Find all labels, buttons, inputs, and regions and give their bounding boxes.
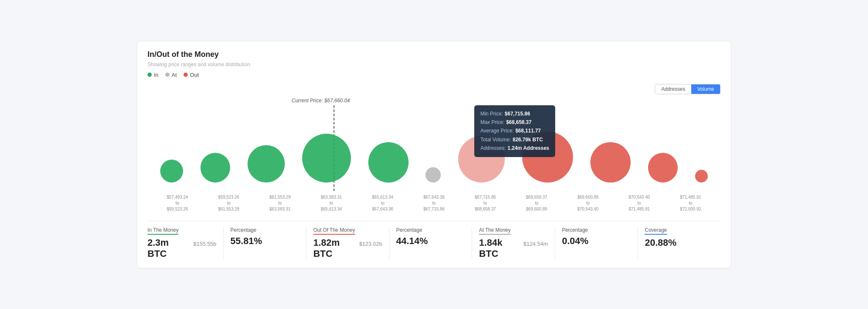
stat-out-pct-values: 44.14%: [396, 236, 465, 247]
stat-pct-in-header: Percentage: [231, 227, 300, 234]
page-subtitle: Showing price ranges and volume distribu…: [147, 62, 721, 67]
legend-at-label: At: [172, 72, 177, 78]
page-title: In/Out of the Money: [147, 50, 721, 59]
stat-in-the-money: In The Money 2.3m BTC $155.55b: [147, 227, 224, 259]
bubble-col-1: [160, 160, 183, 183]
stat-at-btc: 1.84k BTC: [479, 237, 520, 259]
bubble-col-5: [368, 142, 409, 183]
range-10: $70,543.40to$71,485.91: [622, 194, 656, 212]
tooltip-min-value: $67,715.86: [505, 110, 530, 118]
bubble-col-6: [426, 167, 441, 183]
range-1: $57,493.24to$59,523.26: [161, 194, 195, 212]
stat-in-label: In The Money: [147, 227, 178, 235]
stat-out-the-money: Out Of The Money 1.82m BTC $123.02b: [306, 227, 389, 259]
stat-out-label: Out Of The Money: [313, 227, 355, 235]
stat-pct-at-header: Percentage: [562, 227, 631, 234]
stat-coverage-pct: 20.88%: [645, 237, 676, 248]
stat-out-btc: 1.82m BTC: [313, 237, 356, 259]
tooltip-max-label: Max Price:: [480, 118, 504, 126]
tooltip-addr-label: Addresses:: [480, 144, 506, 152]
stat-pct-out-label: Percentage: [396, 227, 422, 233]
bubble-col-3: [248, 145, 285, 183]
stat-coverage: Coverage 20.88%: [638, 227, 721, 259]
view-toggle: Addresses Volume: [655, 84, 721, 94]
volume-button[interactable]: Volume: [691, 84, 720, 94]
at-dot: [165, 73, 170, 77]
legend-in: In: [147, 72, 159, 78]
bubble-col-9: [590, 142, 631, 183]
stat-in-usd: $155.55b: [193, 241, 216, 247]
tooltip-avg-value: $68,111.77: [515, 126, 541, 135]
bubble-10: [648, 153, 678, 183]
stat-out-pct: 44.14%: [396, 236, 428, 247]
bubble-col-11: [695, 170, 708, 183]
range-11: $71,485.91to$72,500.92: [673, 194, 707, 212]
bubble-col-4: [302, 134, 351, 183]
stat-at-header: At The Money: [479, 227, 548, 236]
bubble-3: [248, 145, 285, 183]
tooltip-min-label: Min Price:: [480, 110, 503, 118]
stat-in-values: 2.3m BTC $155.55b: [147, 237, 217, 259]
tooltip-vol-label: Total Volume:: [480, 135, 511, 144]
stat-in-header: In The Money: [147, 227, 217, 236]
main-card: In/Out of the Money Showing price ranges…: [137, 42, 731, 268]
stat-out-usd: $123.02b: [359, 241, 382, 247]
stat-at-the-money: At The Money 1.84k BTC $124.54m: [472, 227, 555, 259]
range-7: $67,715.86to$68,658.37: [468, 194, 502, 212]
chart-area: Current Price: $67,660.04: [147, 98, 721, 191]
addresses-button[interactable]: Addresses: [655, 84, 691, 94]
stat-out-header: Out Of The Money: [313, 227, 382, 236]
bubble-9: [590, 142, 631, 183]
legend-out-label: Out: [190, 72, 199, 78]
stat-pct-out-header: Percentage: [396, 227, 465, 234]
range-2: $59,523.26to$61,553.29: [212, 194, 246, 212]
bubble-4: [302, 134, 351, 183]
stat-in-btc: 2.3m BTC: [147, 237, 190, 259]
legend-at: At: [165, 72, 177, 78]
tooltip-addr-value: 1.24m Addresses: [507, 144, 549, 152]
stat-pct-at-label: Percentage: [562, 227, 588, 233]
range-4: $63,583.31to$65,613.34: [314, 194, 348, 212]
range-labels: $57,493.24to$59,523.26 $59,523.26to$61,5…: [147, 194, 721, 212]
stat-at-pct: 0.04%: [562, 236, 588, 247]
tooltip: Min Price: $67,715.86 Max Price: $68,658…: [474, 105, 555, 157]
in-dot: [147, 73, 152, 77]
tooltip-vol-value: 826.79k BTC: [512, 135, 542, 144]
legend-in-label: In: [154, 72, 159, 78]
legend-out: Out: [184, 72, 199, 78]
stat-at-pct-values: 0.04%: [562, 236, 631, 247]
bubble-5: [368, 142, 409, 183]
bubble-col-7: Min Price: $67,715.86 Max Price: $68,658…: [458, 136, 505, 183]
range-6: $67,643.36to$67,715.86: [417, 194, 451, 212]
bubble-1: [160, 160, 183, 183]
stat-coverage-label: Coverage: [645, 227, 667, 235]
stat-pct-in-label: Percentage: [231, 227, 256, 233]
tooltip-max-value: $68,658.37: [506, 118, 531, 126]
stat-in-pct-values: 55.81%: [231, 236, 300, 247]
out-dot: [184, 73, 188, 77]
bubble-col-2: [200, 153, 230, 183]
top-bar: Addresses Volume: [147, 84, 721, 94]
legend: In At Out: [147, 72, 721, 78]
stat-in-pct: 55.81%: [231, 236, 262, 247]
stats-section: In The Money 2.3m BTC $155.55b Percentag…: [147, 221, 721, 259]
bubble-2: [200, 153, 230, 183]
range-9: $69,600.89to$70,543.40: [571, 194, 605, 212]
stat-at-label: At The Money: [479, 227, 510, 235]
bubble-6: [426, 167, 441, 183]
range-8: $68,658.37to$69,600.89: [520, 194, 554, 212]
range-3: $61,553.29to$63,583.31: [263, 194, 297, 212]
stat-out-pct-group: Percentage 44.14%: [389, 227, 473, 259]
range-5: $65,613.34to$67,643.36: [366, 194, 400, 212]
stat-at-pct-group: Percentage 0.04%: [555, 227, 638, 259]
stat-at-usd: $124.54m: [523, 241, 548, 247]
stat-out-values: 1.82m BTC $123.02b: [313, 237, 382, 259]
current-price-label: Current Price: $67,660.04: [292, 98, 350, 104]
stat-in-pct-group: Percentage 55.81%: [224, 227, 307, 259]
stat-coverage-header: Coverage: [645, 227, 714, 236]
bubble-11: [695, 170, 708, 183]
stat-at-values: 1.84k BTC $124.54m: [479, 237, 548, 259]
tooltip-avg-label: Average Price:: [480, 126, 514, 135]
bubbles-row: Min Price: $67,715.86 Max Price: $68,658…: [147, 132, 721, 183]
bubble-col-10: [648, 153, 678, 183]
